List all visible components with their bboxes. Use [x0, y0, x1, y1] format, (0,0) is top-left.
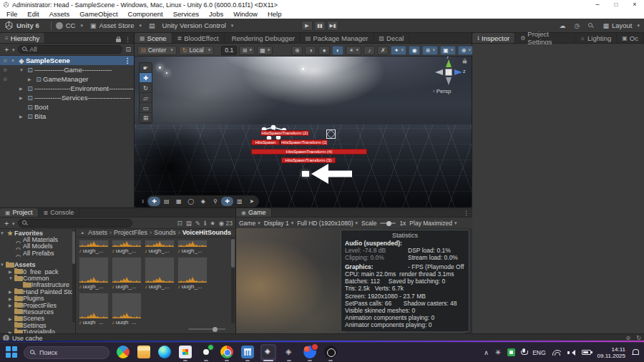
breadcrumb-item[interactable]: VoiceHitSounds [182, 229, 231, 236]
thumbnail-size-slider[interactable] [188, 326, 225, 332]
breadcrumb-item[interactable]: Assets [88, 229, 112, 236]
x-axis-cone[interactable] [435, 69, 443, 75]
axis-cone[interactable] [446, 77, 452, 85]
shading-mode-icon[interactable]: ◑ [305, 46, 316, 55]
hit-transform-label[interactable]: HitsSpawnTransform (1) [280, 140, 328, 145]
audio-asset-item[interactable]: ♪uugh_... [145, 257, 175, 290]
notifications-icon[interactable] [632, 349, 638, 356]
explorer[interactable] [136, 344, 152, 361]
overlay-layers-icon[interactable]: ◈ [197, 197, 209, 206]
expander-icon[interactable] [9, 296, 14, 301]
folder-row[interactable]: All Prefabs [0, 250, 75, 256]
expander-icon[interactable] [0, 263, 6, 267]
play-button[interactable]: ▶ [301, 21, 313, 31]
orientation-gizmo[interactable]: y z [431, 58, 466, 87]
project-tab[interactable]: ▣Project [0, 208, 39, 217]
expander-icon[interactable] [28, 77, 34, 82]
hierarchy-search-input[interactable]: All [18, 45, 123, 54]
folder-row[interactable]: Plugins [0, 295, 75, 302]
inspector-tab[interactable]: ⚙Project Settings [515, 33, 575, 43]
menu-item[interactable]: Assets [44, 9, 75, 19]
audio-asset-item[interactable]: ♪uugh_... [79, 240, 109, 254]
overlay-rotate-icon[interactable]: ◯ [185, 197, 197, 206]
expander-icon[interactable] [19, 95, 26, 100]
render-target-dropdown[interactable]: Game [239, 220, 260, 227]
hierarchy-row[interactable]: ⊘ -------------Game------------- [0, 65, 134, 74]
tab-game[interactable]: ◉Game [236, 208, 272, 217]
tray-settings-icon[interactable] [495, 348, 501, 356]
hierarchy-row[interactable]: Boot [0, 102, 134, 112]
hit-transform-label[interactable]: HitsSpawnTransform (3) [281, 157, 336, 163]
overlay-drag-handle[interactable]: ‖ [142, 198, 144, 205]
unity[interactable] [281, 344, 297, 361]
scale-tool-icon[interactable]: ▱ [140, 93, 152, 103]
expander-icon[interactable] [0, 231, 6, 235]
folder-row[interactable]: Infrastructure [0, 282, 75, 288]
hit-transform-label[interactable]: HitsSpawnTransform (2) [260, 130, 309, 136]
rect-tool-icon[interactable]: ▭ [140, 103, 152, 113]
visibility-toggle-icon[interactable]: ⊘ [0, 58, 11, 64]
folder-row[interactable]: Hand Painted Stone Textu [0, 288, 75, 295]
packages-visibility-icon[interactable]: ⊡ [177, 220, 182, 227]
folder-row[interactable]: All Materials [0, 236, 75, 243]
store[interactable] [177, 344, 193, 361]
overlay-cards-icon[interactable]: ▥ [233, 197, 245, 206]
wifi-icon[interactable] [552, 350, 561, 356]
volume-icon[interactable] [567, 349, 575, 356]
battery-icon[interactable] [582, 350, 591, 355]
cloud-icon[interactable]: ☁ [560, 22, 566, 29]
step-button[interactable]: ▶▮ [327, 21, 338, 31]
folder-row[interactable]: ProjectFiles [0, 302, 75, 308]
tool-handle-position-dropdown[interactable]: ⊡Center [137, 46, 177, 55]
scene-view-tab[interactable]: Rendering Debugger [225, 33, 301, 43]
panel-menu-icon[interactable] [125, 36, 131, 43]
fx-dropdown-icon[interactable]: ✦ [391, 46, 406, 55]
menu-item[interactable]: GameObject [74, 9, 122, 19]
light-gizmo[interactable] [159, 67, 161, 69]
scale-slider[interactable] [380, 222, 396, 224]
gizmo-center-cube[interactable] [445, 69, 452, 76]
dark-app[interactable] [198, 344, 214, 361]
shadows-toggle-icon[interactable]: ◐ [332, 46, 343, 55]
hidden-count-badge[interactable]: ◉ 23 [219, 220, 233, 227]
scene-view-tab[interactable]: ▦Scene [135, 33, 172, 43]
rotate-tool-icon[interactable]: ↻ [140, 83, 152, 93]
menu-item[interactable]: Services [168, 9, 204, 19]
hierarchy-row[interactable]: ------------Services------------------- [0, 93, 134, 102]
create-asset-button[interactable]: ＋ [3, 218, 15, 228]
expander-icon[interactable] [9, 316, 14, 321]
chrome[interactable] [219, 344, 235, 361]
grid-snap-icon[interactable]: ⊞ [239, 46, 255, 55]
hierarchy-row[interactable]: Bita [0, 112, 134, 121]
history-icon[interactable]: ◷ [575, 22, 580, 29]
hierarchy-row[interactable]: ⊘ GameManager [0, 74, 134, 84]
transform-tool-icon[interactable]: ⊞ [140, 113, 152, 123]
version-control-dropdown[interactable]: Unity Version Control [162, 21, 234, 29]
account-dropdown[interactable]: CC [56, 21, 83, 29]
calculator[interactable] [240, 344, 255, 361]
audio-asset-item[interactable]: ♪uugh_... [145, 240, 175, 254]
gizmos-dropdown-icon[interactable]: ⊕ [458, 46, 474, 55]
audio-asset-item[interactable]: ♪uugh_... [177, 240, 208, 254]
gizmo-center-icon[interactable]: ⊕ [291, 46, 303, 55]
overlay-compass-icon[interactable]: ➤ [245, 197, 258, 206]
audio-asset-item[interactable]: ♪uugh_... [79, 257, 109, 290]
folder-row[interactable]: Assets [0, 262, 75, 268]
start-button[interactable] [6, 346, 18, 358]
view-hand-tool-icon[interactable]: ☛ [140, 63, 152, 73]
clock[interactable]: 14:11 09.11.2025 [597, 346, 625, 359]
microphone-icon[interactable] [522, 348, 526, 356]
overlay-move-icon[interactable]: ✚ [148, 197, 160, 206]
expander-icon[interactable] [19, 86, 26, 91]
audio-asset-item[interactable]: ♪uugh_... [112, 293, 142, 325]
expander-icon[interactable] [9, 269, 14, 274]
project-tab[interactable]: ≣Console [39, 208, 80, 217]
resolution-dropdown[interactable]: Full HD (1920x1080) [297, 220, 358, 227]
y-axis-cone[interactable] [446, 59, 452, 67]
breadcrumb-item[interactable]: Sounds [154, 229, 180, 236]
tool-handle-rotation-dropdown[interactable]: ↻Local [179, 46, 215, 55]
panel-menu-icon[interactable] [463, 210, 469, 217]
label-filter-icon[interactable]: ✎ [195, 220, 200, 227]
pause-button[interactable]: ▮▮ [314, 21, 326, 31]
layout-dropdown[interactable]: ▦Layout [602, 21, 640, 29]
